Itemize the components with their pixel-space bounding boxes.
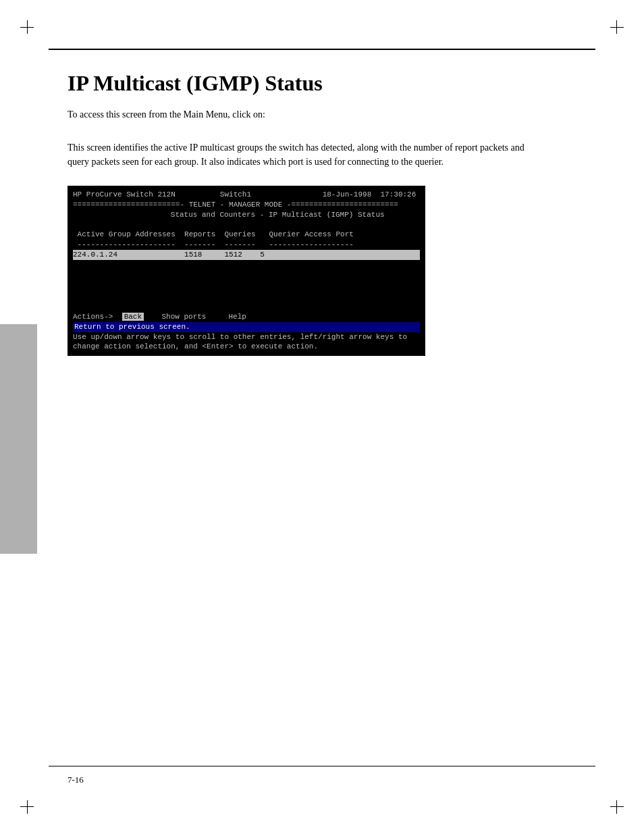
terminal-spacer-2 <box>73 267 420 275</box>
terminal-separator: ========================- TELNET - MANAG… <box>73 200 420 210</box>
terminal-help-row-2: change action selection, and <Enter> to … <box>73 342 420 352</box>
show-ports-label[interactable]: Show ports <box>161 313 206 321</box>
terminal-underline: ---------------------- ------- ------- -… <box>73 240 420 250</box>
terminal-spacer-1 <box>73 260 420 267</box>
terminal-spacer-7 <box>73 305 420 312</box>
terminal-blank1 <box>73 220 420 230</box>
terminal-header: HP ProCurve Switch 212N Switch1 18-Jun-1… <box>73 190 420 200</box>
main-content: IP Multicast (IGMP) Status To access thi… <box>68 57 595 369</box>
terminal-help-row-1: Use up/down arrow keys to scroll to othe… <box>73 332 420 342</box>
actions-label: Actions-> <box>73 313 113 321</box>
terminal-actions-row: Actions-> Back Show ports Help <box>73 312 420 322</box>
terminal-data-row: 224.0.1.24 1518 1512 5 <box>73 250 420 260</box>
description-text: This screen identifies the active IP mul… <box>68 140 527 169</box>
gray-sidebar <box>0 324 37 554</box>
corner-mark-tr <box>603 20 624 41</box>
terminal-spacer-4 <box>73 282 420 290</box>
corner-mark-tl <box>20 20 41 41</box>
help-label[interactable]: Help <box>228 313 246 321</box>
corner-mark-br <box>603 793 624 814</box>
top-rule <box>49 49 595 50</box>
terminal-spacer-6 <box>73 297 420 305</box>
intro-text: To access this screen from the Main Menu… <box>68 109 595 120</box>
bottom-rule <box>49 766 595 766</box>
terminal-screen: HP ProCurve Switch 212N Switch1 18-Jun-1… <box>68 186 425 356</box>
page-number: 7-16 <box>68 775 84 785</box>
terminal-col-headers: Active Group Addresses Reports Queries Q… <box>73 230 420 240</box>
terminal-title: Status and Counters - IP Multicast (IGMP… <box>73 210 420 220</box>
terminal-spacer-5 <box>73 290 420 297</box>
page-title: IP Multicast (IGMP) Status <box>68 71 595 96</box>
terminal-status-bar: Return to previous screen. <box>73 322 420 332</box>
back-button[interactable]: Back <box>122 313 144 321</box>
terminal-spacer-3 <box>73 275 420 282</box>
corner-mark-bl <box>20 793 41 814</box>
